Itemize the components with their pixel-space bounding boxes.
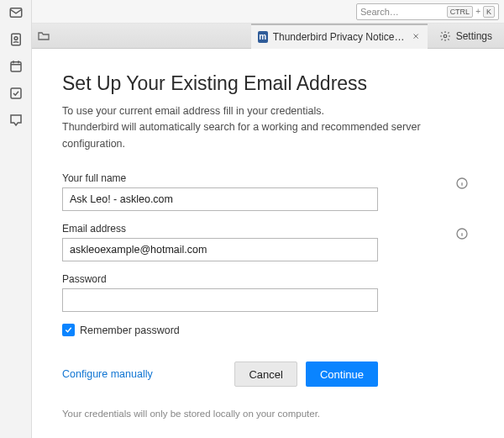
kbd-k: K bbox=[483, 6, 495, 18]
field-fullname: Your full name bbox=[62, 172, 474, 211]
password-input[interactable] bbox=[62, 288, 378, 312]
field-email: Email address bbox=[62, 223, 474, 261]
email-label: Email address bbox=[62, 223, 474, 235]
tab-privacy-notice[interactable]: m Thunderbird Privacy Notice — Moz bbox=[251, 24, 428, 49]
close-icon[interactable] bbox=[412, 32, 420, 42]
chat-icon[interactable] bbox=[8, 113, 24, 128]
account-setup-panel: Set Up Your Existing Email Address To us… bbox=[32, 49, 504, 438]
action-row: Configure manually Cancel Continue bbox=[62, 361, 378, 387]
search-placeholder: Search… bbox=[360, 7, 444, 17]
activity-bar bbox=[0, 0, 32, 438]
intro-text: To use your current email address fill i… bbox=[62, 103, 474, 152]
info-icon[interactable] bbox=[455, 227, 469, 240]
tab-settings[interactable]: Settings bbox=[433, 24, 499, 49]
cancel-button[interactable]: Cancel bbox=[234, 361, 297, 387]
kbd-ctrl: CTRL bbox=[447, 6, 474, 18]
footer-note: Your credentials will only be stored loc… bbox=[62, 409, 474, 419]
continue-button[interactable]: Continue bbox=[306, 361, 378, 387]
tab-bar: m Thunderbird Privacy Notice — Moz Setti… bbox=[32, 24, 504, 49]
gear-icon bbox=[439, 30, 451, 42]
svg-point-5 bbox=[444, 34, 447, 38]
favicon-icon: m bbox=[258, 31, 268, 43]
mailbox-tab-icon[interactable] bbox=[37, 29, 50, 43]
remember-password-label: Remember password bbox=[80, 325, 180, 336]
calendar-icon[interactable] bbox=[8, 59, 24, 74]
configure-manually-link[interactable]: Configure manually bbox=[62, 368, 153, 380]
fullname-input[interactable] bbox=[62, 187, 378, 211]
tasks-icon[interactable] bbox=[8, 86, 24, 101]
kbd-plus: + bbox=[475, 7, 480, 16]
password-label: Password bbox=[62, 273, 474, 285]
address-book-icon[interactable] bbox=[8, 32, 24, 47]
email-input[interactable] bbox=[62, 238, 378, 261]
field-password: Password bbox=[62, 273, 474, 312]
svg-point-2 bbox=[14, 37, 18, 40]
global-search[interactable]: Search… CTRL + K bbox=[356, 3, 499, 20]
mail-icon[interactable] bbox=[8, 5, 24, 20]
tab-label: Thunderbird Privacy Notice — Moz bbox=[273, 31, 407, 43]
svg-rect-4 bbox=[11, 88, 21, 98]
remember-password-row[interactable]: Remember password bbox=[62, 324, 474, 336]
checkbox-checked-icon[interactable] bbox=[62, 324, 75, 336]
top-toolbar: Search… CTRL + K bbox=[32, 0, 504, 24]
tab-label: Settings bbox=[456, 30, 492, 42]
fullname-label: Your full name bbox=[62, 172, 474, 184]
page-title: Set Up Your Existing Email Address bbox=[62, 72, 474, 95]
info-icon[interactable] bbox=[455, 177, 469, 190]
svg-rect-3 bbox=[11, 62, 21, 71]
